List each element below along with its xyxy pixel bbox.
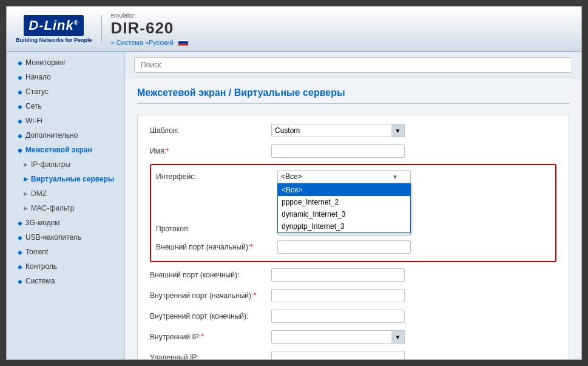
template-row: Шаблон: Custom ▼ xyxy=(150,123,556,138)
interface-dropdown-list: <Все> pppoe_Internet_2 dynamic_Internet_… xyxy=(277,183,411,233)
int-port-end-input[interactable] xyxy=(271,310,405,323)
remote-ip-row: Удаленный IP: xyxy=(150,350,556,359)
ext-port-start-label: Внешний порт (начальный):* xyxy=(156,243,277,251)
internal-ip-select-arrow[interactable]: ▼ xyxy=(391,330,405,344)
name-input[interactable] xyxy=(271,144,405,158)
internal-ip-label: Внутренний IP:* xyxy=(150,333,271,341)
sidebar-item-control[interactable]: ◆Контроль xyxy=(7,259,124,274)
sidebar-item-advanced[interactable]: ◆Дополнительно xyxy=(7,128,124,143)
internal-ip-select[interactable] xyxy=(271,330,405,344)
protocol-label: Протокол: xyxy=(156,225,277,233)
int-port-start-input[interactable] xyxy=(271,289,405,302)
sidebar-item-network[interactable]: ◆Сеть xyxy=(7,99,124,114)
name-row: Имя:* xyxy=(150,143,556,159)
interface-dropdown-arrow: ▼ xyxy=(392,174,398,180)
sidebar-item-monitoring[interactable]: ◆Мониторинг xyxy=(7,55,124,70)
breadcrumb-system[interactable]: Система xyxy=(117,39,143,46)
ext-port-end-row: Внешний порт (конечный): xyxy=(150,267,556,283)
sidebar-item-3g[interactable]: ◆3G-модем xyxy=(7,215,124,230)
sidebar-item-wifi[interactable]: ◆Wi-Fi xyxy=(7,114,124,128)
breadcrumb: » Система » Русский xyxy=(111,39,189,46)
sidebar-item-torrent[interactable]: ◆Torrent xyxy=(7,245,124,259)
internal-ip-control: ▼ xyxy=(271,330,405,344)
sidebar-item-ip-filters[interactable]: ▶IP-фильтры xyxy=(7,157,124,172)
main-content: Межсетевой экран / Виртуальные серверы Ш… xyxy=(125,52,581,359)
template-select[interactable]: Custom xyxy=(271,124,405,137)
sidebar-item-usb[interactable]: ◆USB-накопитель xyxy=(7,230,124,245)
interface-label: Интерфейс: xyxy=(156,172,277,181)
interface-option-0[interactable]: <Все> xyxy=(278,184,410,196)
sidebar-item-home[interactable]: ◆Начало xyxy=(7,70,124,84)
template-label: Шаблон: xyxy=(150,126,271,135)
search-input[interactable] xyxy=(134,57,572,73)
logo: D-Link® xyxy=(24,15,84,36)
sidebar: ◆Мониторинг ◆Начало ◆Статус ◆Сеть ◆Wi-Fi… xyxy=(7,52,125,359)
page-title: Межсетевой экран / Виртуальные серверы xyxy=(137,87,569,104)
device-title: DIR-620 xyxy=(111,19,189,38)
template-select-arrow[interactable]: ▼ xyxy=(391,124,405,137)
internal-ip-row: Внутренний IP:* ▼ xyxy=(150,329,556,345)
int-port-start-label: Внутренний порт (начальный):* xyxy=(150,291,271,300)
ext-port-end-input[interactable] xyxy=(271,268,405,282)
interface-row: Интерфейс: <Все> ▼ <Все> pppoe_Internet_… xyxy=(156,169,550,185)
ext-port-start-input[interactable] xyxy=(277,240,411,254)
int-port-end-label: Внутренний порт (конечный): xyxy=(150,312,271,320)
int-port-end-row: Внутренний порт (конечный): xyxy=(150,308,556,324)
int-port-start-row: Внутренний порт (начальный):* xyxy=(150,288,556,303)
remote-ip-input[interactable] xyxy=(271,351,405,359)
name-label: Имя:* xyxy=(150,147,271,155)
interface-group: Интерфейс: <Все> ▼ <Все> pppoe_Internet_… xyxy=(150,164,556,262)
breadcrumb-arrow: » xyxy=(111,39,115,46)
template-control: Custom ▼ xyxy=(271,124,405,137)
interface-select-display[interactable]: <Все> ▼ xyxy=(277,170,411,183)
sidebar-item-system[interactable]: ◆Система xyxy=(7,274,124,288)
header-right: emulator: DIR-620 » Система » Русский xyxy=(111,12,189,46)
emulator-label: emulator: xyxy=(111,12,189,19)
sidebar-item-status[interactable]: ◆Статус xyxy=(7,84,124,99)
sidebar-item-mac-filter[interactable]: ▶МАС-фильтр xyxy=(7,201,124,215)
breadcrumb-lang[interactable]: Русский xyxy=(149,39,174,46)
interface-option-2[interactable]: dynamic_Internet_3 xyxy=(278,208,410,220)
flag-icon xyxy=(178,39,189,46)
remote-ip-label: Удаленный IP: xyxy=(150,353,271,359)
search-bar xyxy=(125,52,581,78)
ext-port-start-row: Внешний порт (начальный):* xyxy=(156,239,550,255)
interface-option-3[interactable]: dynpptp_Internet_3 xyxy=(278,220,410,232)
logo-tagline: Building Networks for People xyxy=(16,37,92,43)
sidebar-item-firewall[interactable]: ◆Межсетевой экран xyxy=(7,143,124,157)
sidebar-item-virtual-servers[interactable]: ▶Виртуальные серверы xyxy=(7,172,124,186)
logo-section: D-Link® Building Networks for People xyxy=(16,15,102,43)
interface-option-1[interactable]: pppoe_Internet_2 xyxy=(278,196,410,208)
ext-port-end-label: Внешний порт (конечный): xyxy=(150,271,271,279)
sidebar-item-dmz[interactable]: ▶DMZ xyxy=(7,186,124,201)
interface-dropdown-container: <Все> ▼ <Все> pppoe_Internet_2 dynamic_I… xyxy=(277,170,411,183)
header: D-Link® Building Networks for People emu… xyxy=(7,7,581,52)
